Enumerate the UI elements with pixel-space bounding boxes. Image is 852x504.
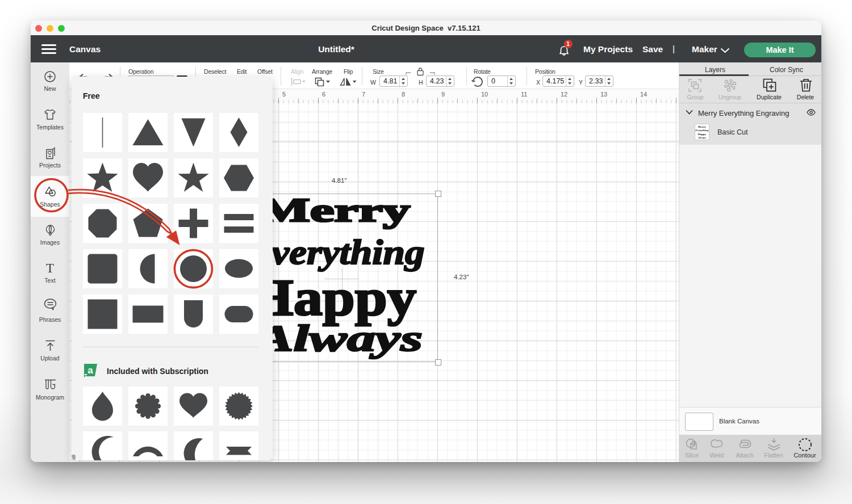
svg-text:a: a bbox=[87, 365, 93, 376]
